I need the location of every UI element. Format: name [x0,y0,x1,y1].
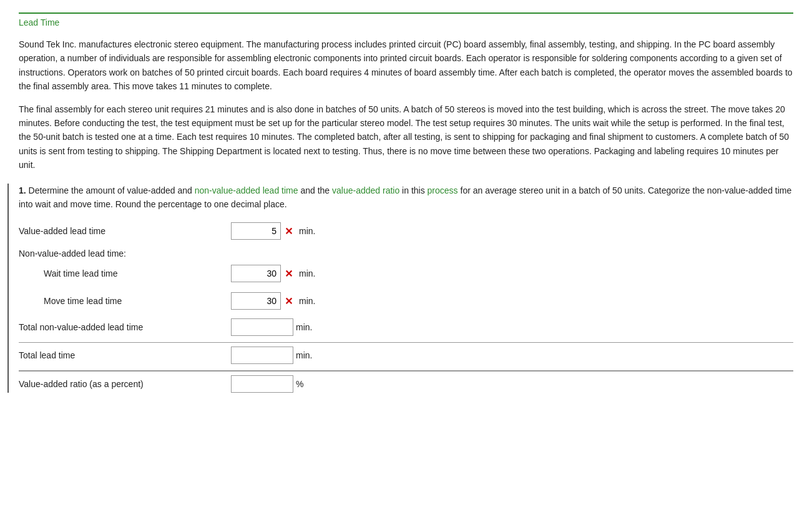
wait-time-row: Wait time lead time ✕ min. [19,263,793,283]
total-non-value-input[interactable] [231,318,293,336]
value-added-label: Value-added lead time [19,226,231,236]
value-added-row: Value-added lead time ✕ min. [19,222,793,240]
move-time-unit: min. [299,296,315,306]
non-value-added-label: Non-value-added lead time: [19,249,793,258]
question-text-part3: in this [399,185,427,195]
form-section: Value-added lead time ✕ min. Non-value-a… [19,222,793,393]
paragraph-2: The final assembly for each stereo unit … [19,102,793,172]
question-green1: non-value-added lead time [195,185,298,195]
wait-time-label: Wait time lead time [19,268,231,278]
total-lead-label: Total lead time [19,350,231,360]
total-non-value-unit: min. [296,322,312,332]
question-green3: process [428,185,458,195]
value-added-ratio-label: Value-added ratio (as a percent) [19,379,231,389]
value-added-ratio-input[interactable] [231,375,293,393]
total-lead-time-row: Total lead time min. [19,342,793,364]
value-added-unit: min. [299,226,315,236]
wait-time-input[interactable] [231,265,281,282]
total-lead-unit: min. [296,350,312,360]
move-time-label: Move time lead time [19,296,231,306]
question-green2: value-added ratio [332,185,399,195]
value-added-input[interactable] [231,222,281,240]
question-text-part1: Determine the amount of value-added and [26,185,195,195]
value-added-ratio-row: Value-added ratio (as a percent) % [19,370,793,393]
question-text-part2: and the [298,185,333,195]
bracket-decoration [7,184,16,393]
total-non-value-label: Total non-value-added lead time [19,322,231,332]
question-block: 1. Determine the amount of value-added a… [19,184,793,393]
wait-time-unit: min. [299,268,315,278]
move-time-input[interactable] [231,292,281,310]
question-text: 1. Determine the amount of value-added a… [19,184,793,212]
total-lead-input[interactable] [231,347,293,364]
paragraph-1: Sound Tek Inc. manufactures electronic s… [19,37,793,94]
page-title: Lead Time [19,12,793,27]
value-added-ratio-unit: % [296,379,303,389]
question-number: 1. [19,185,26,195]
wait-time-x-icon: ✕ [285,268,293,280]
total-non-value-row: Total non-value-added lead time min. [19,318,793,336]
move-time-x-icon: ✕ [285,295,293,307]
value-added-x-icon: ✕ [285,225,293,237]
move-time-row: Move time lead time ✕ min. [19,291,793,311]
